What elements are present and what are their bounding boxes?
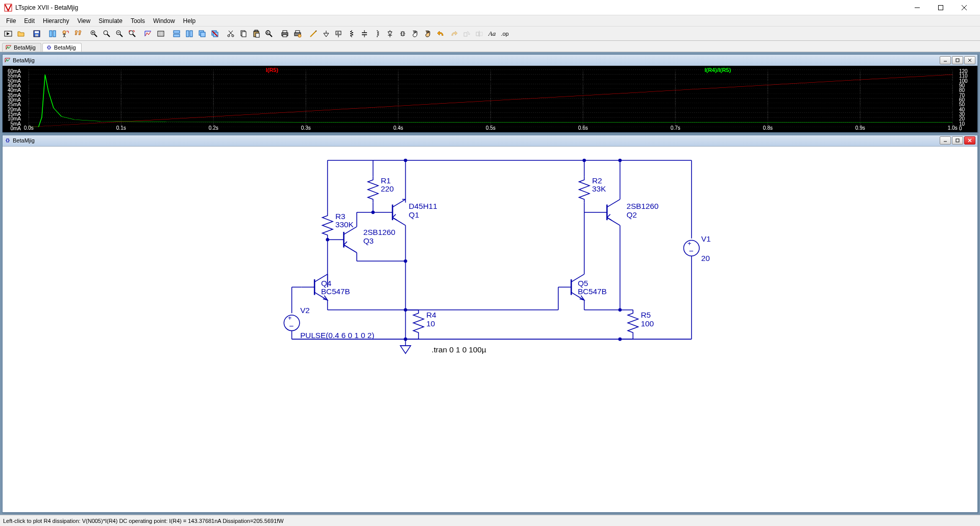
menu-help[interactable]: Help — [179, 16, 200, 26]
menu-hierarchy[interactable]: Hierarchy — [39, 16, 73, 26]
svg-text:Q5: Q5 — [578, 279, 588, 288]
svg-text:+: + — [288, 314, 291, 322]
y-axis-right-label: 40 — [959, 107, 976, 112]
pick-visible-button[interactable] — [155, 28, 167, 40]
svg-rect-77 — [956, 59, 959, 62]
sw-close-button[interactable] — [964, 56, 975, 64]
svg-text:−: − — [689, 247, 694, 255]
svg-text:R5: R5 — [641, 310, 651, 319]
y-axis-left-label: 45mA — [4, 83, 21, 88]
svg-rect-32 — [201, 32, 205, 37]
wave-icon — [6, 44, 12, 51]
sw-close-button[interactable] — [964, 136, 975, 145]
svg-line-19 — [120, 34, 122, 37]
schematic-titlebar[interactable]: BetaMjig — [3, 135, 977, 147]
save-button[interactable] — [31, 28, 43, 40]
svg-point-36 — [228, 35, 230, 37]
menu-file[interactable]: File — [2, 16, 20, 26]
menu-tools[interactable]: Tools — [127, 16, 149, 26]
svg-line-46 — [270, 34, 272, 37]
svg-text:D45H11: D45H11 — [409, 202, 437, 210]
svg-line-17 — [107, 34, 110, 37]
drag-button[interactable] — [422, 28, 434, 40]
pan-button[interactable] — [101, 28, 113, 40]
paste-button[interactable] — [250, 28, 262, 40]
schematic-canvas[interactable]: R1 220 D45H11 Q1 — [3, 147, 977, 512]
maximize-button[interactable] — [929, 0, 952, 15]
sw-maximize-button[interactable] — [952, 136, 963, 145]
zoom-out-button[interactable] — [113, 28, 126, 40]
label-net-button[interactable]: A — [333, 28, 345, 40]
menu-simulate[interactable]: Simulate — [94, 16, 127, 26]
control-panel-button[interactable] — [46, 28, 59, 40]
svg-point-186 — [619, 159, 621, 161]
svg-point-123 — [404, 159, 407, 161]
svg-text:BC547B: BC547B — [321, 287, 350, 296]
tab-label: BetaMjig — [54, 44, 76, 51]
menu-window[interactable]: Window — [149, 16, 179, 26]
status-text: Left-click to plot R4 dissipation: V(N00… — [3, 518, 284, 524]
svg-point-16 — [104, 31, 108, 35]
ground-button[interactable] — [320, 28, 332, 40]
waveform-window: BetaMjig I(R5) I(R4)/I(R5) — [2, 54, 978, 133]
close-button[interactable] — [952, 0, 976, 15]
cut-button[interactable] — [225, 28, 237, 40]
print-button[interactable] — [279, 28, 291, 40]
autorange-button[interactable] — [142, 28, 154, 40]
menu-edit[interactable]: Edit — [20, 16, 39, 26]
svg-line-3 — [962, 5, 967, 10]
svg-text:A: A — [266, 31, 269, 35]
component-button[interactable] — [397, 28, 409, 40]
run-button[interactable] — [2, 28, 14, 40]
svg-text:2SB1260: 2SB1260 — [626, 202, 658, 210]
find-button[interactable]: A — [263, 28, 275, 40]
y-axis-right-label: 90 — [959, 83, 976, 88]
mirror-button[interactable] — [473, 28, 485, 40]
svg-rect-29 — [186, 31, 189, 37]
copy-button[interactable] — [237, 28, 250, 40]
menu-view[interactable]: View — [73, 16, 94, 26]
cascade-button[interactable] — [196, 28, 208, 40]
resistor-button[interactable] — [346, 28, 358, 40]
svg-line-13 — [94, 34, 97, 37]
tile-horiz-button[interactable] — [170, 28, 183, 40]
close-all-button[interactable] — [209, 28, 221, 40]
schematic-title: BetaMjig — [13, 137, 35, 144]
sw-maximize-button[interactable] — [952, 56, 963, 64]
tab-waveform[interactable]: BetaMjig — [2, 43, 41, 52]
svg-point-21 — [129, 31, 133, 35]
tab-schematic[interactable]: BetaMjig — [42, 43, 82, 52]
schematic-window: BetaMjig R1 220 — [2, 135, 978, 513]
zoom-full-button[interactable] — [126, 28, 138, 40]
move-button[interactable] — [409, 28, 422, 40]
svg-text:220: 220 — [381, 184, 394, 193]
inductor-button[interactable] — [371, 28, 383, 40]
svg-line-182 — [607, 199, 620, 207]
spice-directive-button[interactable]: .op — [499, 28, 511, 40]
print-setup-button[interactable] — [291, 28, 304, 40]
draw-wire-button[interactable] — [307, 28, 320, 40]
run-sim-button[interactable] — [59, 28, 71, 40]
diode-button[interactable] — [384, 28, 396, 40]
tile-vert-button[interactable] — [183, 28, 195, 40]
y-axis-left-label: 55mA — [4, 73, 21, 79]
place-text-button[interactable]: Aa — [486, 28, 498, 40]
waveform-titlebar[interactable]: BetaMjig — [3, 55, 977, 66]
y-axis-left-label: 60mA — [4, 68, 21, 74]
capacitor-button[interactable] — [358, 28, 371, 40]
svg-point-202 — [619, 338, 621, 341]
x-axis-label: 0.2s — [209, 125, 218, 131]
x-axis-label: 1.0s — [948, 125, 958, 131]
x-axis-label: 0.4s — [394, 125, 403, 131]
minimize-button[interactable] — [905, 0, 929, 15]
rotate-button[interactable] — [460, 28, 473, 40]
sw-minimize-button[interactable] — [940, 136, 951, 145]
svg-rect-2 — [939, 5, 943, 10]
halt-button[interactable] — [72, 28, 84, 40]
undo-button[interactable] — [435, 28, 447, 40]
waveform-plot-area[interactable]: I(R5) I(R4)/I(R5) 0mA5mA10mA15mA20mA25mA… — [3, 66, 977, 132]
redo-button[interactable] — [448, 28, 460, 40]
zoom-in-button[interactable] — [88, 28, 100, 40]
open-button[interactable] — [15, 28, 27, 40]
sw-minimize-button[interactable] — [940, 56, 951, 64]
